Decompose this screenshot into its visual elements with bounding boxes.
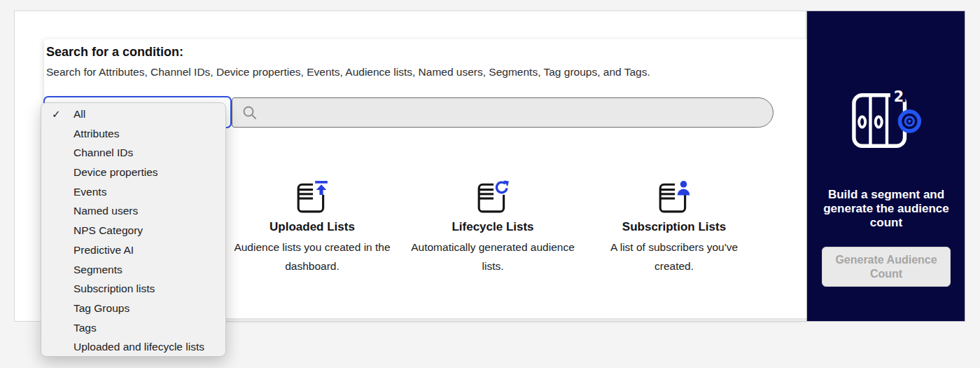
- card-description: Automatically generated audience lists.: [409, 238, 577, 275]
- dropdown-option-tags[interactable]: Tags: [41, 318, 225, 338]
- search-field-container: [232, 97, 774, 128]
- dropdown-option-all[interactable]: ✓ All: [41, 104, 225, 124]
- search-icon: [242, 105, 258, 123]
- lifecycle-lists-card[interactable]: Lifecycle Lists Automatically generated …: [409, 179, 577, 275]
- checkmark-icon: ✓: [52, 104, 61, 124]
- dropdown-option-nps-category[interactable]: NPS Category: [41, 221, 225, 240]
- card-title: Uploaded Lists: [228, 220, 396, 234]
- page-subtitle: Search for Attributes, Channel IDs, Devi…: [46, 66, 650, 79]
- page-title: Search for a condition:: [46, 45, 183, 60]
- dropdown-option-subscription-lists[interactable]: Subscription lists: [41, 279, 225, 299]
- card-title: Lifecycle Lists: [409, 220, 577, 234]
- subscription-lists-card[interactable]: Subscription Lists A list of subscribers…: [590, 179, 758, 275]
- sidebar-message: Build a segment and generate the audienc…: [819, 188, 953, 230]
- lifecycle-list-icon: [409, 179, 577, 217]
- dropdown-option-named-users[interactable]: Named users: [41, 201, 225, 221]
- dropdown-option-uploaded-lifecycle-lists[interactable]: Uploaded and lifecycle lists: [41, 337, 225, 357]
- subscription-list-icon: [590, 179, 758, 217]
- card-title: Subscription Lists: [590, 220, 758, 234]
- dropdown-option-predictive-ai[interactable]: Predictive AI: [41, 240, 225, 260]
- condition-type-dropdown: ✓ All Attributes Channel IDs Device prop…: [41, 102, 226, 357]
- search-input[interactable]: [263, 98, 753, 127]
- generate-audience-count-button[interactable]: Generate Audience Count: [822, 247, 951, 287]
- dropdown-option-segments[interactable]: Segments: [41, 260, 225, 280]
- dropdown-option-tag-groups[interactable]: Tag Groups: [41, 299, 225, 318]
- dropdown-option-channel-ids[interactable]: Channel IDs: [41, 143, 225, 163]
- uploaded-list-icon: [228, 179, 396, 217]
- card-description: Audience lists you created in the dashbo…: [228, 238, 396, 275]
- dropdown-option-attributes[interactable]: Attributes: [41, 124, 225, 144]
- card-description: A list of subscribers you've created.: [590, 238, 758, 275]
- audience-counter-icon: 2: [850, 88, 922, 156]
- dropdown-option-device-properties[interactable]: Device properties: [41, 163, 225, 182]
- uploaded-lists-card[interactable]: Uploaded Lists Audience lists you create…: [228, 179, 396, 275]
- audience-count-sidebar: 2 Build a segment and generate the audie…: [806, 11, 965, 322]
- dropdown-option-events[interactable]: Events: [41, 182, 225, 202]
- svg-text:2: 2: [894, 88, 904, 105]
